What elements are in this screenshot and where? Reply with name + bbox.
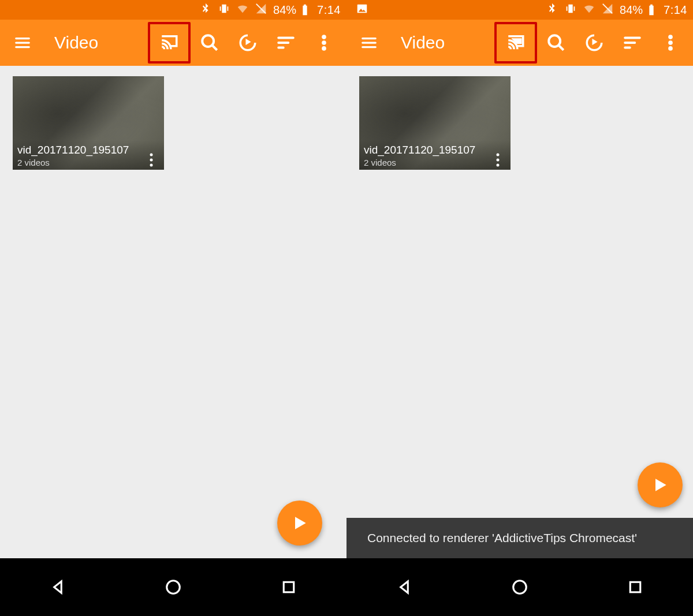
video-subtitle: 2 videos	[17, 158, 143, 167]
play-fab[interactable]	[638, 462, 683, 507]
history-button[interactable]	[229, 24, 267, 62]
image-icon	[356, 2, 368, 18]
card-more-button[interactable]	[490, 152, 506, 167]
nav-home-button[interactable]	[491, 570, 549, 604]
clock: 7:14	[664, 3, 687, 17]
svg-point-7	[150, 164, 153, 167]
sort-button[interactable]	[267, 24, 305, 62]
content-area: vid_20171120_195107 2 videos	[346, 66, 693, 180]
video-title: vid_20171120_195107	[364, 144, 490, 156]
signal-off-icon	[255, 2, 267, 18]
svg-rect-20	[630, 582, 640, 592]
vibrate-icon	[564, 2, 577, 18]
svg-rect-18	[284, 582, 294, 592]
status-bar: 84% 7:14	[346, 0, 693, 20]
video-folder-card[interactable]: vid_20171120_195107 2 videos	[359, 76, 511, 170]
more-button[interactable]	[305, 24, 343, 62]
battery-status: 84%	[273, 3, 311, 17]
svg-point-14	[497, 154, 500, 156]
nav-recent-button[interactable]	[260, 570, 318, 604]
svg-point-13	[669, 47, 672, 50]
bluetooth-icon	[199, 2, 212, 18]
clock: 7:14	[317, 3, 341, 17]
wifi-icon	[583, 2, 595, 18]
svg-point-6	[150, 159, 153, 162]
svg-point-4	[322, 47, 326, 50]
page-title: Video	[54, 33, 98, 53]
nav-home-button[interactable]	[144, 570, 202, 604]
svg-point-3	[322, 41, 326, 44]
svg-point-2	[322, 35, 326, 39]
svg-point-5	[150, 154, 153, 156]
svg-point-1	[202, 35, 214, 47]
sort-button[interactable]	[613, 24, 651, 62]
svg-point-19	[513, 581, 527, 594]
svg-point-11	[669, 35, 672, 39]
battery-percent: 84%	[620, 3, 643, 17]
card-more-button[interactable]	[143, 152, 159, 167]
svg-point-10	[549, 35, 560, 47]
snackbar: Connected to renderer 'AddictiveTips Chr…	[346, 518, 693, 558]
svg-point-15	[497, 159, 500, 162]
svg-rect-9	[650, 7, 653, 14]
search-button[interactable]	[537, 24, 575, 62]
app-bar: Video	[346, 20, 693, 66]
video-title: vid_20171120_195107	[17, 144, 143, 156]
wifi-icon	[236, 2, 249, 18]
search-button[interactable]	[191, 24, 229, 62]
svg-point-16	[497, 164, 500, 167]
video-folder-card[interactable]: vid_20171120_195107 2 videos	[13, 76, 164, 170]
pane-right: 84% 7:14 Video	[346, 0, 693, 558]
more-button[interactable]	[651, 24, 690, 62]
bluetooth-icon	[546, 2, 558, 18]
svg-point-17	[167, 581, 180, 594]
nav-recent-button[interactable]	[606, 570, 664, 604]
menu-button[interactable]	[3, 24, 42, 62]
nav-back-button[interactable]	[375, 570, 433, 604]
cast-button[interactable]	[148, 22, 191, 64]
video-subtitle: 2 videos	[364, 158, 490, 167]
status-bar: 84% 7:14	[0, 0, 346, 20]
system-nav-bar	[0, 558, 693, 616]
nav-back-button[interactable]	[29, 570, 87, 604]
page-title: Video	[401, 33, 445, 53]
menu-button[interactable]	[350, 24, 388, 62]
content-area: vid_20171120_195107 2 videos	[0, 66, 346, 180]
svg-point-12	[669, 41, 672, 44]
battery-percent: 84%	[273, 3, 296, 17]
cast-button-connected[interactable]	[494, 22, 537, 64]
pane-left: 84% 7:14 Video	[0, 0, 346, 558]
play-fab[interactable]	[277, 501, 322, 546]
history-button[interactable]	[575, 24, 613, 62]
snackbar-text: Connected to renderer 'AddictiveTips Chr…	[367, 531, 637, 545]
signal-off-icon	[601, 2, 614, 18]
app-bar: Video	[0, 20, 346, 66]
vibrate-icon	[218, 2, 230, 18]
battery-status: 84%	[620, 3, 658, 17]
svg-rect-0	[303, 7, 307, 14]
